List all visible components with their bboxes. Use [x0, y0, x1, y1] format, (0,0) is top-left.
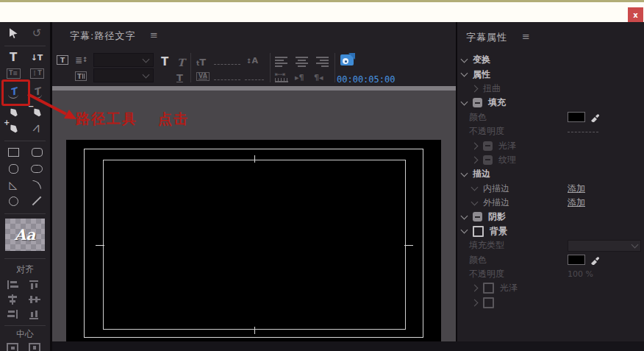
chevron-down-icon[interactable] [471, 198, 479, 205]
texture-checkbox[interactable] [483, 155, 493, 165]
rounded-rectangle-tool[interactable] [27, 144, 46, 160]
align-vertical-top-button[interactable] [29, 280, 43, 290]
show-video-icon[interactable] [340, 54, 354, 65]
eyedropper-icon[interactable] [590, 255, 600, 265]
background-sheen-checkbox[interactable] [483, 283, 494, 294]
align-text-left-button[interactable] [275, 57, 287, 67]
chevron-down-icon[interactable] [461, 70, 468, 77]
section-shadow[interactable]: 阴影 [457, 210, 644, 224]
opacity-value[interactable]: 100 % [568, 269, 593, 279]
center-horizontal-button[interactable] [7, 343, 21, 351]
rectangle-tool[interactable] [4, 144, 23, 160]
chevron-down-icon [632, 241, 639, 248]
convert-anchor-point-tool[interactable]: Λ [27, 120, 46, 136]
tab-stops-icon[interactable]: T [75, 71, 87, 81]
section-distort[interactable]: 扭曲 [457, 82, 644, 96]
tab-ruler-icon[interactable]: ⇤⇥ [275, 71, 288, 82]
underline-button[interactable]: T [176, 73, 183, 82]
chevron-right-icon[interactable] [471, 142, 479, 149]
section-stroke[interactable]: 描边 [457, 167, 644, 181]
selection-tool[interactable] [4, 25, 23, 41]
align-vertical-center-button[interactable] [29, 294, 43, 305]
section-sheen[interactable]: 光泽 [457, 138, 644, 152]
add-inner-stroke-link[interactable]: 添加 [568, 182, 585, 195]
paragraph-ltr-icon[interactable]: ▸¶ [295, 73, 304, 82]
color-swatch[interactable] [568, 112, 585, 122]
arc-tool[interactable] [27, 177, 46, 193]
wedge-tool[interactable]: ◺ [4, 177, 23, 193]
add-anchor-point-tool[interactable]: + [4, 120, 23, 136]
align-text-center-button[interactable] [296, 57, 308, 67]
show-background-video-icon[interactable]: T [57, 55, 68, 65]
section-properties[interactable]: 属性 [457, 67, 644, 81]
chevron-right-icon[interactable] [471, 85, 479, 93]
fill-type-dropdown[interactable] [568, 240, 641, 252]
chevron-right-icon[interactable] [471, 299, 479, 306]
vertical-type-tool[interactable]: ↓T [27, 49, 46, 65]
close-button[interactable]: x [628, 7, 643, 23]
align-vertical-bottom-button[interactable] [29, 309, 43, 319]
round-rectangle-tool[interactable] [27, 160, 46, 177]
center-tick-left [96, 245, 104, 246]
paragraph-rtl-icon[interactable]: ¶◂ [314, 73, 323, 82]
opacity-field[interactable] [568, 131, 598, 132]
align-text-right-button[interactable] [316, 57, 329, 67]
section-inner-stroke[interactable]: 内描边 添加 [457, 182, 644, 196]
rectangle-icon [8, 148, 19, 157]
kerning-field[interactable] [214, 79, 240, 80]
shadow-checkbox[interactable] [473, 212, 482, 221]
align-horizontal-left-button[interactable] [7, 280, 21, 290]
chevron-down-icon[interactable] [471, 184, 479, 191]
color-swatch[interactable] [568, 255, 585, 265]
font-family-dropdown[interactable] [93, 53, 154, 67]
pen-tool[interactable] [4, 104, 23, 120]
eyedropper-icon[interactable] [590, 112, 600, 122]
section-background-sheen[interactable]: 光泽 [457, 281, 644, 295]
clipped-corner-rectangle-tool[interactable] [4, 160, 23, 177]
chevron-down-icon[interactable] [461, 213, 468, 220]
bold-button[interactable]: T [161, 57, 168, 68]
section-background-texture[interactable] [457, 296, 644, 310]
chevron-down-icon[interactable] [461, 169, 468, 177]
section-background[interactable]: 背景 [457, 224, 644, 238]
font-browser-swatch[interactable]: Aa [5, 219, 45, 251]
chevron-down-icon[interactable] [461, 98, 468, 105]
add-outer-stroke-link[interactable]: 添加 [568, 196, 585, 209]
timecode-field[interactable]: 00:00:05:00 [337, 74, 395, 85]
ellipse-tool[interactable] [4, 193, 23, 209]
section-texture[interactable]: 纹理 [457, 153, 644, 167]
italic-button[interactable]: T [177, 57, 185, 68]
properties-menu-icon[interactable]: ≡ [522, 31, 530, 42]
type-tool[interactable]: T [4, 49, 23, 65]
chevron-right-icon[interactable] [471, 285, 479, 292]
fill-checkbox[interactable] [473, 98, 482, 107]
rotation-icon: ↺ [32, 26, 42, 40]
area-type-icon: T≡ [7, 68, 21, 79]
chevron-down-icon[interactable] [461, 55, 468, 63]
font-size-field[interactable] [214, 63, 240, 65]
align-horizontal-right-button[interactable] [7, 309, 21, 319]
tracking-field[interactable] [245, 79, 264, 80]
delete-anchor-point-tool[interactable]: − [27, 104, 46, 120]
kerning-icon: VA [196, 72, 210, 81]
line-tool[interactable] [27, 193, 46, 209]
panel-menu-icon[interactable]: ≡ [150, 29, 158, 40]
section-outer-stroke[interactable]: 外描边 添加 [457, 196, 644, 210]
font-style-dropdown[interactable] [93, 68, 154, 82]
divider [334, 53, 335, 82]
chevron-down-icon[interactable] [461, 227, 468, 234]
chevron-down-icon [143, 71, 150, 78]
roll-crawl-options-icon[interactable]: ≣↕ [75, 56, 88, 65]
drawing-canvas[interactable]: 路径工具点击 [52, 91, 456, 341]
sheen-checkbox[interactable] [483, 141, 493, 151]
center-vertical-button[interactable] [29, 343, 43, 351]
background-checkbox[interactable] [473, 226, 484, 237]
chevron-right-icon[interactable] [471, 156, 479, 163]
align-horizontal-center-button[interactable] [7, 294, 21, 305]
title-properties-panel: 字幕属性 ≡ 变换 属性 扭曲 填充 颜色 [457, 22, 644, 341]
rotation-tool[interactable]: ↺ [27, 25, 46, 41]
background-texture-checkbox[interactable] [483, 297, 494, 308]
vertical-area-type-tool[interactable]: ⋮T [27, 65, 46, 82]
section-fill[interactable]: 填充 [457, 96, 644, 110]
section-transform[interactable]: 变换 [457, 53, 644, 67]
